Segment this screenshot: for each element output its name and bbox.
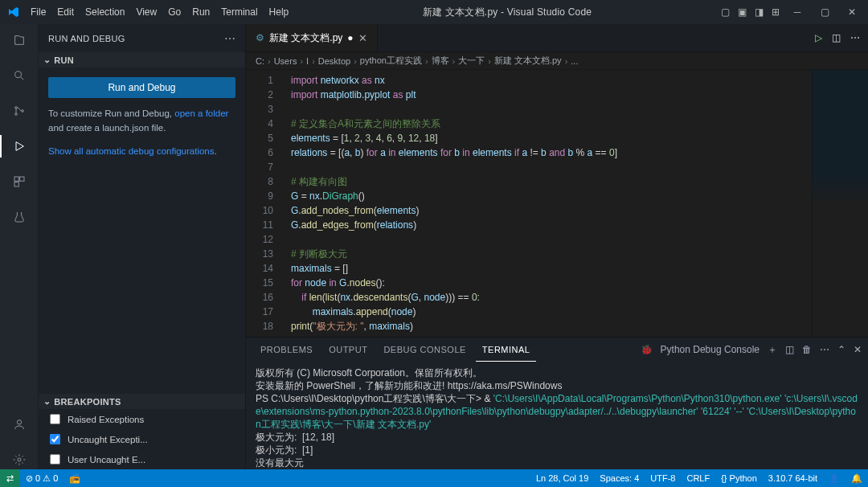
source-control-icon[interactable] xyxy=(10,101,29,121)
breadcrumb[interactable]: C:›Users›I›Desktop›python工程实践›博客›大一下›新建 … xyxy=(246,52,868,70)
settings-gear-icon[interactable] xyxy=(10,450,29,469)
menu-help[interactable]: Help xyxy=(264,3,294,21)
panel-tab-problems[interactable]: PROBLEMS xyxy=(254,338,319,362)
breakpoint-item[interactable]: User Uncaught E... xyxy=(39,449,245,469)
status-language[interactable]: {} Python xyxy=(715,469,763,487)
breadcrumb-item[interactable]: 大一下 xyxy=(458,55,485,67)
code-line[interactable]: maximals = [] xyxy=(291,261,812,276)
panel-more-icon[interactable]: ⋯ xyxy=(820,344,829,355)
menu-run[interactable]: Run xyxy=(187,3,215,21)
code-line[interactable]: G = nx.DiGraph() xyxy=(291,189,812,203)
breadcrumb-item[interactable]: 博客 xyxy=(432,55,449,67)
breadcrumb-item[interactable]: ... xyxy=(571,56,578,66)
code-line[interactable]: if len(list(nx.descendants(G, node))) ==… xyxy=(291,290,812,305)
explorer-icon[interactable] xyxy=(10,31,29,50)
split-editor-icon[interactable]: ◫ xyxy=(832,32,841,43)
accounts-icon[interactable] xyxy=(10,415,29,434)
panel-tab-terminal[interactable]: TERMINAL xyxy=(476,338,537,362)
code-line[interactable]: elements = [1, 2, 3, 4, 6, 9, 12, 18] xyxy=(291,131,812,145)
code-line[interactable]: G.add_edges_from(relations) xyxy=(291,218,812,232)
breadcrumb-item[interactable]: I xyxy=(306,56,309,66)
code-line[interactable]: for node in G.nodes(): xyxy=(291,276,812,290)
breakpoint-item[interactable]: Raised Exceptions xyxy=(39,409,245,429)
panel-tabs: PROBLEMSOUTPUTDEBUG CONSOLETERMINAL 🐞 Py… xyxy=(246,338,868,362)
code-line[interactable]: G.add_nodes_from(elements) xyxy=(291,203,812,218)
sidebar-more-icon[interactable]: ⋯ xyxy=(224,32,235,45)
run-section-header[interactable]: ⌄ RUN xyxy=(39,52,245,68)
breadcrumb-item[interactable]: Desktop xyxy=(318,56,350,66)
menu-file[interactable]: File xyxy=(26,3,51,21)
minimize-button[interactable]: ─ xyxy=(788,6,807,18)
code-line[interactable]: import matplotlib.pyplot as plt xyxy=(291,88,812,102)
status-spaces[interactable]: Spaces: 4 xyxy=(594,469,645,487)
menu-selection[interactable]: Selection xyxy=(80,3,129,21)
breadcrumb-sep: › xyxy=(488,56,491,66)
layout-editor-icon[interactable]: ▢ xyxy=(721,6,730,18)
status-encoding[interactable]: UTF-8 xyxy=(645,469,681,487)
code-line[interactable]: print("极大元为: ", maximals) xyxy=(291,319,812,334)
breakpoint-checkbox[interactable] xyxy=(50,414,60,424)
editor-more-icon[interactable]: ⋯ xyxy=(850,32,860,43)
close-tab-icon[interactable]: ✕ xyxy=(358,32,367,44)
code-line[interactable]: import networkx as nx xyxy=(291,73,812,88)
breakpoint-item[interactable]: Uncaught Excepti... xyxy=(39,429,245,449)
code-line[interactable]: # 定义集合A和元素之间的整除关系 xyxy=(291,117,812,131)
breadcrumb-item[interactable]: C: xyxy=(256,56,264,66)
status-lncol[interactable]: Ln 28, Col 19 xyxy=(530,469,594,487)
svg-rect-4 xyxy=(14,177,18,181)
run-section-label: RUN xyxy=(54,55,74,65)
chevron-down-icon: ⌄ xyxy=(43,396,51,407)
maximize-button[interactable]: ▢ xyxy=(815,6,834,18)
menu-edit[interactable]: Edit xyxy=(52,3,79,21)
extensions-icon[interactable] xyxy=(10,172,29,191)
split-terminal-icon[interactable]: ◫ xyxy=(785,344,794,355)
code-line[interactable] xyxy=(291,160,812,174)
status-feedback-icon[interactable]: 👤 xyxy=(823,469,845,487)
run-file-icon[interactable]: ▷ xyxy=(815,32,822,43)
code-line[interactable] xyxy=(291,232,812,247)
open-folder-link[interactable]: open a folder xyxy=(174,108,228,118)
layout-customize-icon[interactable]: ⊞ xyxy=(772,6,780,18)
terminal-selector[interactable]: Python Debug Console xyxy=(661,344,760,355)
layout-sidebar-icon[interactable]: ◨ xyxy=(755,6,764,18)
breakpoint-checkbox[interactable] xyxy=(50,454,60,464)
new-terminal-icon[interactable]: ＋ xyxy=(768,343,777,357)
code-line[interactable]: # 判断极大元 xyxy=(291,247,812,261)
code-line[interactable] xyxy=(291,334,812,337)
status-eol[interactable]: CRLF xyxy=(681,469,715,487)
status-errors[interactable]: ⊘ 0 ⚠ 0 xyxy=(20,469,63,487)
status-radio-icon[interactable]: 📻 xyxy=(63,469,86,487)
terminal-output[interactable]: 版权所有 (C) Microsoft Corporation。保留所有权利。安装… xyxy=(246,362,868,469)
breakpoint-checkbox[interactable] xyxy=(50,434,60,444)
code-line[interactable] xyxy=(291,102,812,117)
layout-panel-icon[interactable]: ▣ xyxy=(738,6,747,18)
breadcrumb-item[interactable]: 新建 文本文档.py xyxy=(494,55,562,67)
run-and-debug-button[interactable]: Run and Debug xyxy=(48,77,235,98)
status-remote[interactable]: ⇄ xyxy=(0,469,20,487)
breadcrumb-item[interactable]: Users xyxy=(274,56,297,66)
menu-go[interactable]: Go xyxy=(163,3,186,21)
menu-terminal[interactable]: Terminal xyxy=(216,3,262,21)
status-bell-icon[interactable]: 🔔 xyxy=(845,469,868,487)
code-line[interactable]: # 构建有向图 xyxy=(291,174,812,189)
code-editor[interactable]: 1234567891011121314151617181920212223242… xyxy=(246,70,812,337)
testing-icon[interactable] xyxy=(10,207,29,227)
show-auto-config-link[interactable]: Show all automatic debug configurations xyxy=(48,146,215,156)
status-python-version[interactable]: 3.10.7 64-bit xyxy=(763,469,823,487)
breakpoints-section-header[interactable]: ⌄ BREAKPOINTS xyxy=(39,394,245,409)
search-icon[interactable] xyxy=(10,66,29,85)
close-window-button[interactable]: ✕ xyxy=(842,6,862,18)
editor-tab[interactable]: ⚙ 新建 文本文档.py ● ✕ xyxy=(246,24,378,51)
code-line[interactable]: relations = [(a, b) for a in elements fo… xyxy=(291,145,812,160)
minimap[interactable] xyxy=(812,70,868,337)
run-debug-icon[interactable] xyxy=(10,137,29,156)
menu-view[interactable]: View xyxy=(131,3,162,21)
code-line[interactable]: maximals.append(node) xyxy=(291,305,812,319)
panel-tab-output[interactable]: OUTPUT xyxy=(322,338,374,362)
kill-terminal-icon[interactable]: 🗑 xyxy=(802,344,812,355)
panel-tab-debug-console[interactable]: DEBUG CONSOLE xyxy=(377,338,472,362)
close-panel-icon[interactable]: ✕ xyxy=(854,344,862,355)
breadcrumb-item[interactable]: python工程实践 xyxy=(360,55,422,67)
maximize-panel-icon[interactable]: ⌃ xyxy=(837,344,845,355)
code-body[interactable]: import networkx as nximport matplotlib.p… xyxy=(283,70,812,337)
